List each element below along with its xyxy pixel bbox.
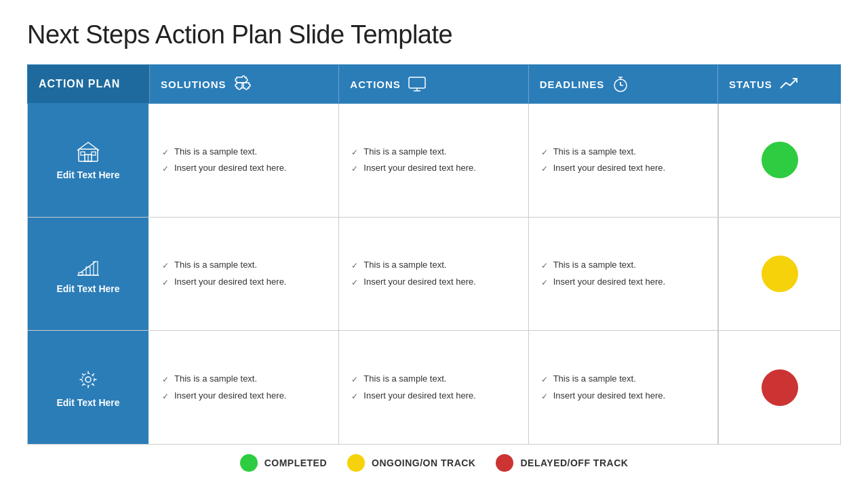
bullet-item: ✓ Insert your desired text here. (541, 276, 705, 289)
status-dot-red (762, 369, 798, 406)
check-icon: ✓ (162, 374, 169, 386)
header-solutions: SOLUTIONS (150, 65, 339, 103)
check-icon: ✓ (541, 277, 548, 289)
legend-item-completed: COMPLETED (240, 454, 327, 472)
monitor-icon (408, 75, 427, 94)
check-icon: ✓ (162, 147, 169, 159)
chart-icon (76, 253, 100, 278)
check-icon: ✓ (541, 260, 548, 272)
actions-cell-2[interactable]: ✓ This is a sample text. ✓ Insert your d… (339, 218, 528, 331)
action-cell-2[interactable]: Edit Text Here (28, 218, 150, 331)
actions-cell-3[interactable]: ✓ This is a sample text. ✓ Insert your d… (339, 331, 528, 444)
bullet-item: ✓ This is a sample text. (351, 259, 515, 272)
actions-cell-1[interactable]: ✓ This is a sample text. ✓ Insert your d… (339, 104, 528, 217)
header-status-label: STATUS (729, 79, 772, 90)
bullet-item: ✓ Insert your desired text here. (162, 162, 326, 175)
check-icon: ✓ (541, 147, 548, 159)
bullet-item: ✓ Insert your desired text here. (162, 276, 326, 289)
solutions-text-3b: Insert your desired text here. (174, 390, 286, 402)
deadlines-text-3b: Insert your desired text here. (553, 390, 665, 402)
bullet-item: ✓ Insert your desired text here. (351, 276, 515, 289)
legend-dot-red (496, 454, 513, 472)
svg-rect-12 (92, 152, 96, 155)
puzzle-icon (233, 75, 252, 94)
bullet-item: ✓ Insert your desired text here. (541, 162, 705, 175)
bullet-item: ✓ This is a sample text. (162, 146, 326, 159)
header-deadlines: DEADLINES (529, 65, 718, 103)
status-cell-2 (718, 218, 840, 331)
trending-icon (779, 75, 798, 94)
slide: Next Steps Action Plan Slide Template AC… (0, 0, 868, 488)
check-icon: ✓ (541, 163, 548, 175)
bullet-item: ✓ This is a sample text. (162, 373, 326, 386)
stopwatch-icon (611, 75, 630, 94)
bullet-item: ✓ This is a sample text. (162, 259, 326, 272)
check-icon: ✓ (162, 277, 169, 289)
actions-text-1a: This is a sample text. (363, 146, 446, 158)
status-cell-3 (718, 331, 840, 444)
legend-item-delayed: DELAYED/OFF TRACK (496, 454, 628, 472)
table-row: Edit Text Here ✓ This is a sample text. … (27, 218, 841, 331)
actions-text-3b: Insert your desired text here. (363, 390, 475, 402)
svg-rect-15 (94, 262, 98, 275)
bullet-item: ✓ This is a sample text. (351, 373, 515, 386)
solutions-cell-2[interactable]: ✓ This is a sample text. ✓ Insert your d… (150, 218, 339, 331)
solutions-cell-1[interactable]: ✓ This is a sample text. ✓ Insert your d… (150, 104, 339, 217)
actions-text-1b: Insert your desired text here. (363, 162, 475, 174)
solutions-text-3a: This is a sample text. (174, 373, 257, 385)
deadlines-text-3a: This is a sample text. (553, 373, 636, 385)
check-icon: ✓ (162, 260, 169, 272)
solutions-text-1a: This is a sample text. (174, 146, 257, 158)
check-icon: ✓ (351, 391, 358, 403)
check-icon: ✓ (162, 391, 169, 403)
header-deadlines-label: DEADLINES (540, 79, 605, 90)
check-icon: ✓ (541, 374, 548, 386)
bullet-item: ✓ This is a sample text. (351, 146, 515, 159)
bullet-item: ✓ Insert your desired text here. (351, 390, 515, 403)
table-header: ACTION PLAN SOLUTIONS ACTIONS (27, 64, 841, 104)
header-actions-label: ACTIONS (350, 79, 401, 90)
check-icon: ✓ (351, 260, 358, 272)
action-label-3: Edit Text Here (56, 397, 119, 408)
check-icon: ✓ (351, 163, 358, 175)
action-cell-3[interactable]: Edit Text Here (28, 331, 150, 444)
check-icon: ✓ (351, 147, 358, 159)
actions-text-2a: This is a sample text. (363, 259, 446, 271)
bullet-item: ✓ This is a sample text. (541, 146, 705, 159)
status-dot-green (762, 142, 798, 178)
deadlines-cell-1[interactable]: ✓ This is a sample text. ✓ Insert your d… (529, 104, 718, 217)
status-cell-1 (718, 104, 840, 217)
bullet-item: ✓ Insert your desired text here. (541, 390, 705, 403)
header-actions: ACTIONS (339, 65, 528, 103)
deadlines-cell-2[interactable]: ✓ This is a sample text. ✓ Insert your d… (529, 218, 718, 331)
deadlines-text-1a: This is a sample text. (553, 146, 636, 158)
header-action-plan: ACTION PLAN (28, 65, 150, 103)
legend-label-ongoing: ONGOING/ON TRACK (372, 458, 475, 468)
solutions-text-1b: Insert your desired text here. (174, 162, 286, 174)
gear-icon (76, 367, 100, 392)
solutions-text-2b: Insert your desired text here. (174, 276, 286, 288)
legend: COMPLETED ONGOING/ON TRACK DELAYED/OFF T… (27, 445, 841, 474)
slide-title: Next Steps Action Plan Slide Template (27, 20, 841, 49)
deadlines-cell-3[interactable]: ✓ This is a sample text. ✓ Insert your d… (529, 331, 718, 444)
header-status: STATUS (718, 65, 840, 103)
table-row: Edit Text Here ✓ This is a sample text. … (27, 331, 841, 445)
legend-label-completed: COMPLETED (264, 458, 327, 468)
status-dot-yellow (762, 256, 798, 292)
actions-text-2b: Insert your desired text here. (363, 276, 475, 288)
legend-dot-green (240, 454, 258, 472)
bullet-item: ✓ Insert your desired text here. (162, 390, 326, 403)
action-cell-1[interactable]: Edit Text Here (28, 104, 150, 217)
action-label-2: Edit Text Here (56, 283, 119, 294)
check-icon: ✓ (541, 391, 548, 403)
deadlines-text-2a: This is a sample text. (553, 259, 636, 271)
header-solutions-label: SOLUTIONS (161, 79, 226, 90)
bullet-item: ✓ This is a sample text. (541, 259, 705, 272)
bullet-item: ✓ This is a sample text. (541, 373, 705, 386)
solutions-cell-3[interactable]: ✓ This is a sample text. ✓ Insert your d… (150, 331, 339, 444)
check-icon: ✓ (162, 163, 169, 175)
bullet-item: ✓ Insert your desired text here. (351, 162, 515, 175)
deadlines-text-1b: Insert your desired text here. (553, 162, 665, 174)
solutions-text-2a: This is a sample text. (174, 259, 257, 271)
check-icon: ✓ (351, 277, 358, 289)
